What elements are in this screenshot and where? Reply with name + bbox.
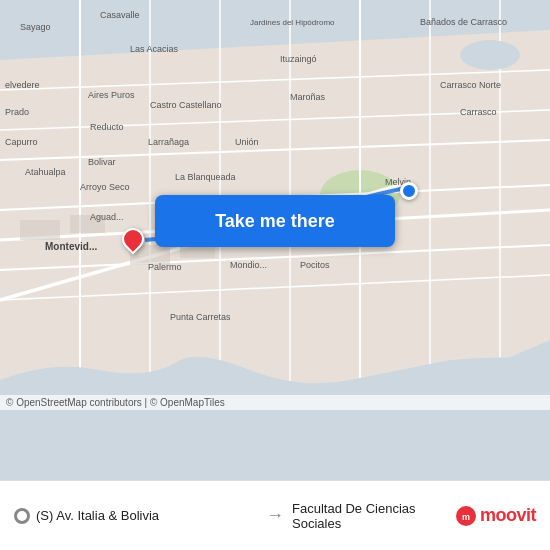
destination-label: Facultad De Ciencias Sociales [292,501,449,531]
svg-text:Palermo: Palermo [148,262,182,272]
svg-text:Maroñas: Maroñas [290,92,326,102]
footer-arrow: → [258,505,292,526]
svg-text:Arroyo Seco: Arroyo Seco [80,182,130,192]
svg-text:Punta Carretas: Punta Carretas [170,312,231,322]
svg-text:Bañados de Carrasco: Bañados de Carrasco [420,17,507,27]
footer: (S) Av. Italia & Bolivia → Facultad De C… [0,480,550,550]
svg-text:Aguad...: Aguad... [90,212,124,222]
svg-text:Capurro: Capurro [5,137,38,147]
svg-text:Sayago: Sayago [20,22,51,32]
svg-text:La Blanqueada: La Blanqueada [175,172,236,182]
svg-text:Carrasco Norte: Carrasco Norte [440,80,501,90]
svg-text:Unión: Unión [235,137,259,147]
svg-rect-20 [20,220,60,240]
svg-text:Mondio...: Mondio... [230,260,267,270]
svg-text:m: m [462,512,470,522]
svg-text:Montevid...: Montevid... [45,241,97,252]
svg-text:Atahualpa: Atahualpa [25,167,66,177]
moovit-icon: m [455,505,477,527]
svg-text:Ituzaingó: Ituzaingó [280,54,317,64]
svg-text:Carrasco: Carrasco [460,107,497,117]
svg-text:Larrañaga: Larrañaga [148,137,189,147]
footer-origin: (S) Av. Italia & Bolivia [14,508,258,524]
svg-text:Bolivar: Bolivar [88,157,116,167]
svg-text:Aires Puros: Aires Puros [88,90,135,100]
footer-destination: Facultad De Ciencias Sociales m moovit [292,501,536,531]
svg-text:Jardines del Hipódromo: Jardines del Hipódromo [250,18,335,27]
moovit-text: moovit [480,505,536,526]
map-attribution: © OpenStreetMap contributors | © OpenMap… [0,395,550,410]
svg-text:Pocitos: Pocitos [300,260,330,270]
origin-label: (S) Av. Italia & Bolivia [36,508,159,523]
svg-text:Prado: Prado [5,107,29,117]
svg-text:elvedere: elvedere [5,80,40,90]
moovit-logo: m moovit [455,505,536,527]
svg-text:Castro Castellano: Castro Castellano [150,100,222,110]
svg-point-19 [460,40,520,70]
svg-text:Reducto: Reducto [90,122,124,132]
origin-marker [400,182,418,200]
origin-icon [14,508,30,524]
map: Sayago Casavalle Jardines del Hipódromo … [0,0,550,480]
svg-text:Casavalle: Casavalle [100,10,140,20]
svg-text:Las Acacias: Las Acacias [130,44,179,54]
destination-marker [122,228,144,250]
arrow-icon: → [266,505,284,526]
attribution-text: © OpenStreetMap contributors | © OpenMap… [6,397,225,408]
take-me-there-button[interactable]: Take me there [155,195,395,247]
